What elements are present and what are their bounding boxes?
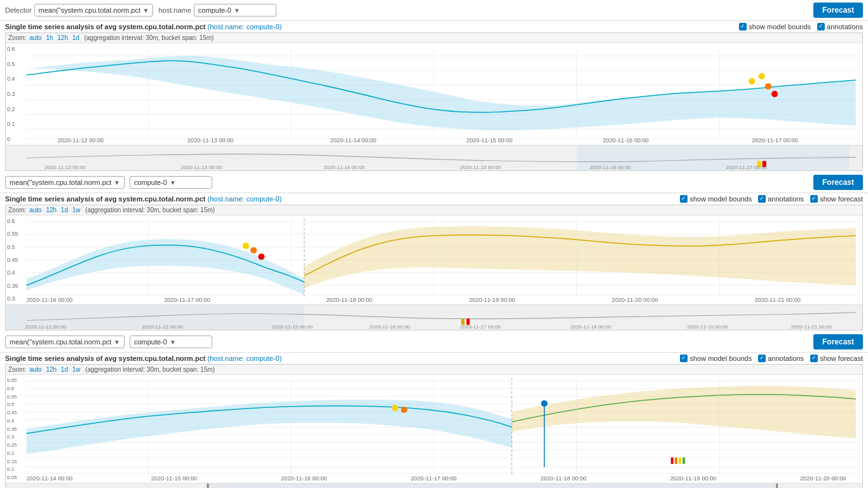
panel1-filter-title: (host.name: compute-0) [208, 23, 282, 30]
panel1-metric-title: Single time series analysis of avg syste… [5, 23, 205, 30]
panel3-anomaly-yellow [392, 405, 398, 411]
panel3-zoom-bar: Zoom: auto 12h 1d 1w (aggregation interv… [6, 365, 862, 375]
panel2-detector-chevron-icon: ▼ [114, 179, 120, 186]
panel1-annotations[interactable]: annotations [817, 23, 863, 30]
panel1-zoom-1h[interactable]: 1h [46, 34, 53, 41]
panel2-x2: 2020-11-17 00:00 [164, 297, 210, 303]
panel-2: mean("system.cpu.total.norm.pct") partit… [0, 172, 868, 330]
panel3-section-title: Single time series analysis of avg syste… [5, 355, 281, 362]
panel2-model-bounds-label: show model bounds [689, 195, 752, 203]
panel3-checkboxes: show model bounds annotations show forec… [680, 355, 863, 362]
panel1-section-title: Single time series analysis of avg syste… [5, 23, 281, 30]
panel3-zoom-1w[interactable]: 1w [72, 366, 81, 373]
panel2-mini-x2: 2020-11-13 00:00 [142, 324, 183, 330]
panel1-checkboxes: show model bounds annotations [739, 23, 863, 30]
panel2-main-chart: 0.6 0.55 0.5 0.45 0.4 0.35 0.3 [6, 215, 862, 304]
panel3-cluster-red [671, 458, 674, 464]
panel1-main-chart: 0.6 0.5 0.4 0.3 0.2 0.1 0 [6, 43, 862, 145]
panel1-mini-x6: 2020-11-17 00:00 [726, 165, 768, 170]
panel2-zoom-auto[interactable]: auto [29, 207, 41, 214]
panel2-show-model-bounds[interactable]: show model bounds [680, 195, 752, 203]
panel2-detector-select: mean("system.cpu.total.norm.pct") partit… [5, 176, 125, 189]
panel3-main-chart: 0.65 0.6 0.55 0.5 0.45 0.4 0.35 0.3 0.25… [6, 375, 862, 483]
panel2-y-labels: 0.6 0.55 0.5 0.45 0.4 0.35 0.3 [6, 215, 26, 304]
panel2-zoom-info: (aggregation interval: 30m, bucket span:… [83, 207, 215, 214]
panel2-detector-value: mean("system.cpu.total.norm.pct") partit… [10, 179, 111, 186]
panel3-detector-select: mean("system.cpu.total.norm.pct") partit… [5, 336, 125, 348]
panel2-zoom-1w[interactable]: 1w [72, 207, 81, 214]
panel1-zoom-12h[interactable]: 12h [57, 34, 68, 41]
panel3-x2: 2020-11-15 00:00 [151, 475, 197, 482]
panel1-x3: 2020-11-14 00:00 [330, 137, 376, 144]
panel2-annotations-checkbox [758, 195, 766, 203]
panel2-forecast-label: show forecast [820, 195, 863, 203]
panel2-forecast-button[interactable]: Forecast [813, 175, 863, 190]
panel3-x4: 2020-11-17 00:00 [410, 475, 456, 482]
panel2-mini-x6: 2020-11-18 00:00 [570, 324, 611, 330]
panel1-zoom-auto[interactable]: auto [29, 34, 41, 41]
panel2-anomaly-yellow [243, 243, 249, 249]
panel2-forecast-area [304, 226, 856, 288]
panel3-zoom-12h[interactable]: 12h [46, 366, 57, 373]
panel2-model-bounds-checkbox [680, 195, 688, 203]
panel1-show-model-bounds[interactable]: show model bounds [739, 23, 811, 30]
panel3-host-select: compute-0 ▼ [130, 336, 212, 348]
panel2-controls: mean("system.cpu.total.norm.pct") partit… [5, 176, 212, 189]
panel2-zoom-1d[interactable]: 1d [61, 207, 68, 214]
panel3-anomaly-blue-circle [541, 400, 548, 407]
panel-3: mean("system.cpu.total.norm.pct") partit… [0, 332, 868, 488]
panel1-annotations-checkbox [817, 23, 825, 30]
panel3-show-forecast[interactable]: show forecast [810, 355, 863, 362]
panel2-metric-title: Single time series analysis of avg syste… [5, 195, 205, 203]
panel1-forecast-button[interactable]: Forecast [813, 3, 863, 18]
panel1-host-dropdown[interactable]: compute-0 ▼ [194, 4, 276, 17]
panel1-topbar: Detector mean("system.cpu.total.norm.pct… [0, 0, 868, 21]
panel2-x1: 2020-11-16 00:00 [27, 297, 72, 303]
panel2-zoom-12h[interactable]: 12h [46, 207, 57, 214]
panel1-chart-container: Zoom: auto 1h 12h 1d (aggregation interv… [5, 32, 863, 171]
panel3-model-bounds-label: show model bounds [689, 355, 752, 362]
panel1-model-bounds-area [27, 56, 856, 130]
panel3-x5: 2020-11-18 00:00 [540, 475, 586, 482]
panel3-metric-title: Single time series analysis of avg syste… [5, 355, 205, 362]
panel1-detector-select: Detector mean("system.cpu.total.norm.pct… [5, 4, 153, 17]
host-label: host.name [158, 6, 191, 14]
panel2-x4: 2020-11-19 00:00 [469, 297, 515, 303]
panel3-zoom-info: (aggregation interval: 30m, bucket span:… [83, 366, 215, 373]
panel2-show-forecast[interactable]: show forecast [810, 195, 863, 203]
panel3-host-dropdown[interactable]: compute-0 ▼ [130, 336, 212, 348]
panel2-annotations[interactable]: annotations [758, 195, 804, 203]
panel3-forecast-label: show forecast [820, 355, 863, 362]
panel3-chart-svg: 2020-11-14 00:00 2020-11-15 00:00 2020-1… [6, 375, 862, 483]
detector-label: Detector [5, 6, 32, 14]
panel1-zoom-label: Zoom: [8, 34, 28, 41]
panel2-detector-dropdown[interactable]: mean("system.cpu.total.norm.pct") partit… [5, 176, 125, 189]
panel1-anomaly-yellow-1 [749, 78, 755, 85]
panel1-mini-x1: 2020-11-12 00:00 [44, 165, 86, 170]
panel3-cluster-orange [675, 458, 677, 464]
panel2-mini-x4: 2020-11-16 00:00 [369, 324, 410, 330]
panel3-zoom-auto[interactable]: auto [29, 366, 41, 373]
panel3-forecast-button[interactable]: Forecast [813, 334, 863, 349]
panel2-section-header: Single time series analysis of avg syste… [0, 193, 868, 205]
panel3-show-model-bounds[interactable]: show model bounds [680, 355, 752, 362]
panel2-zoom-bar: Zoom: auto 12h 1d 1w (aggregation interv… [6, 205, 862, 215]
panel3-detector-value: mean("system.cpu.total.norm.pct") partit… [10, 338, 111, 346]
panel1-anomaly-yellow-2 [759, 73, 765, 79]
panel1-mini-chart: 2020-11-12 00:00 2020-11-13 00:00 2020-1… [6, 145, 862, 170]
panel3-zoom-1d[interactable]: 1d [61, 366, 68, 373]
panel2-checkboxes: show model bounds annotations show forec… [680, 195, 863, 203]
panel2-section-title: Single time series analysis of avg syste… [5, 195, 281, 203]
panel2-anomaly-orange [250, 247, 257, 254]
panel1-annotations-label: annotations [827, 23, 863, 30]
panel1-zoom-1d[interactable]: 1d [72, 34, 79, 41]
panel3-detector-dropdown[interactable]: mean("system.cpu.total.norm.pct") partit… [5, 336, 125, 348]
panel3-mini-svg: 2020-11-12 00:00 2020-11-13 00:00 2020-1… [6, 484, 862, 488]
panel2-x5: 2020-11-20 00:00 [612, 297, 658, 303]
panel1-detector-dropdown[interactable]: mean("system.cpu.total.norm.pct") partit… [34, 4, 154, 17]
panel2-host-chevron-icon: ▼ [170, 179, 176, 186]
panel1-mini-x4: 2020-11-15 00:00 [460, 165, 501, 170]
panel3-annotations[interactable]: annotations [758, 355, 804, 362]
panel2-x3: 2020-11-18 00:00 [326, 297, 372, 303]
panel2-host-dropdown[interactable]: compute-0 ▼ [130, 176, 212, 189]
